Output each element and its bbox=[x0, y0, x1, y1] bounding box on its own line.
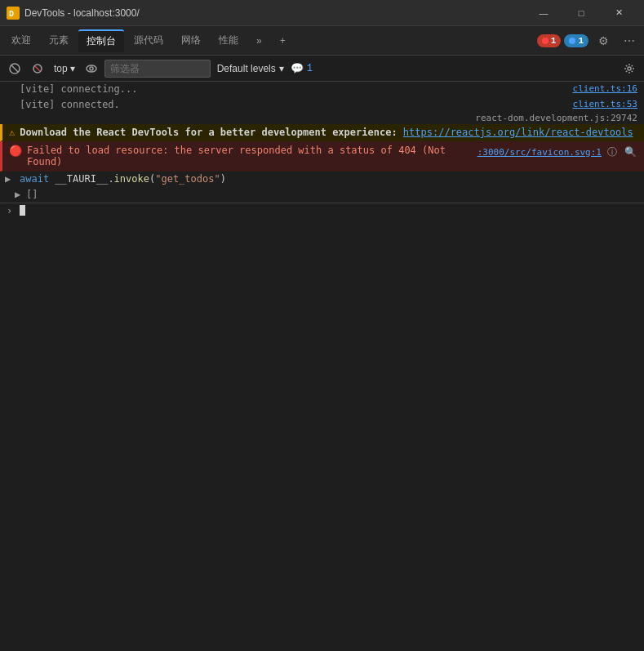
console-line-vite-connected: [vite] connected. client.ts:53 bbox=[0, 97, 644, 113]
title-bar: D DevTools - localhost:3000/ — □ ✕ bbox=[0, 0, 644, 26]
filter-input[interactable] bbox=[104, 60, 211, 78]
vite-connecting-text: [vite] connecting... bbox=[20, 83, 138, 95]
console-line-vite-connecting: [vite] connecting... client.ts:16 bbox=[0, 82, 644, 97]
tab-sources[interactable]: 源代码 bbox=[126, 29, 171, 52]
clear-console-button[interactable] bbox=[5, 59, 24, 78]
message-dot bbox=[569, 38, 575, 44]
window-controls: — □ ✕ bbox=[525, 0, 637, 26]
nav-extras: 1 1 ⚙ ⋯ bbox=[537, 29, 641, 52]
svg-point-8 bbox=[628, 67, 631, 70]
error-info-button[interactable]: ⓘ bbox=[605, 145, 620, 159]
react-warning-bold: Download the React DevTools for a better… bbox=[20, 127, 403, 138]
tab-network[interactable]: 网络 bbox=[173, 29, 209, 52]
svg-point-7 bbox=[90, 67, 93, 70]
level-select-button[interactable]: Default levels ▾ bbox=[214, 61, 287, 76]
tab-performance[interactable]: 性能 bbox=[211, 29, 246, 52]
error-text: Failed to load resource: the server resp… bbox=[27, 145, 477, 167]
console-line-react-warning: ⚠ Download the React DevTools for a bett… bbox=[0, 124, 644, 141]
console-line-code: ▶ await __TAURI__.invoke("get_todos") bbox=[0, 172, 644, 187]
vite-connected-text: [vite] connected. bbox=[20, 99, 120, 110]
await-keyword: await bbox=[20, 173, 49, 185]
console-line-error: 🔴 Failed to load resource: the server re… bbox=[0, 141, 644, 172]
react-warning-text: Download the React DevTools for a better… bbox=[20, 127, 633, 138]
console-line-array: ▶ [] bbox=[0, 187, 644, 203]
toolbar-right bbox=[620, 59, 639, 78]
minimize-button[interactable]: — bbox=[525, 0, 562, 26]
title-text: DevTools - localhost:3000/ bbox=[24, 7, 525, 19]
close-button[interactable]: ✕ bbox=[600, 0, 637, 26]
array-content-text: [] bbox=[26, 189, 38, 200]
settings-button[interactable]: ⚙ bbox=[592, 29, 615, 52]
vite-connected-link[interactable]: client.ts:53 bbox=[573, 99, 637, 109]
tab-more[interactable]: » bbox=[248, 29, 270, 52]
tab-new[interactable]: + bbox=[272, 29, 294, 52]
error-search-button[interactable]: 🔍 bbox=[623, 145, 637, 159]
error-badge: 1 bbox=[537, 34, 562, 47]
filter-toggle-button[interactable] bbox=[28, 59, 47, 78]
maximize-button[interactable]: □ bbox=[562, 0, 600, 26]
context-select-button[interactable]: top ▾ bbox=[51, 61, 78, 76]
tab-welcome[interactable]: 欢迎 bbox=[3, 29, 39, 52]
message-count-badge: 💬 1 bbox=[291, 62, 313, 75]
message-badge: 1 bbox=[564, 34, 588, 47]
react-devtools-link[interactable]: https://reactjs.org/link/react-devtools bbox=[403, 127, 633, 138]
error-source-link[interactable]: :3000/src/favicon.svg:1 bbox=[477, 147, 602, 158]
code-expand-arrow[interactable]: ▶ bbox=[5, 173, 11, 185]
svg-point-6 bbox=[87, 65, 96, 72]
code-text: await __TAURI__.invoke("get_todos") bbox=[20, 173, 226, 185]
react-warning-ref-text: react-dom.development.js:29742 bbox=[475, 113, 637, 123]
console-area: [vite] connecting... client.ts:16 [vite]… bbox=[0, 82, 644, 651]
tab-elements[interactable]: 元素 bbox=[41, 29, 77, 52]
devtools-icon: D bbox=[7, 7, 20, 20]
svg-text:D: D bbox=[9, 10, 14, 19]
vite-connecting-link[interactable]: client.ts:16 bbox=[573, 83, 637, 94]
nav-tabs: 欢迎 元素 控制台 源代码 网络 性能 » + 1 1 ⚙ ⋯ bbox=[0, 26, 644, 56]
console-settings-button[interactable] bbox=[620, 59, 639, 78]
more-options-button[interactable]: ⋯ bbox=[618, 29, 641, 52]
svg-line-3 bbox=[11, 65, 18, 72]
console-prompt-line[interactable]: › bbox=[0, 203, 644, 218]
prompt-cursor bbox=[20, 205, 25, 216]
svg-line-5 bbox=[35, 66, 40, 71]
error-icon: 🔴 bbox=[9, 145, 22, 157]
prompt-arrow: › bbox=[7, 205, 12, 216]
tab-console[interactable]: 控制台 bbox=[78, 29, 124, 52]
error-dot bbox=[542, 38, 549, 44]
array-toggle-arrow[interactable]: ▶ bbox=[15, 189, 20, 200]
console-line-react-ref: react-dom.development.js:29742 bbox=[0, 113, 644, 124]
warning-icon: ⚠ bbox=[9, 127, 15, 138]
eye-icon-button[interactable] bbox=[82, 59, 101, 78]
error-actions: :3000/src/favicon.svg:1 ⓘ 🔍 bbox=[477, 145, 637, 159]
console-toolbar: top ▾ Default levels ▾ 💬 1 bbox=[0, 56, 644, 82]
